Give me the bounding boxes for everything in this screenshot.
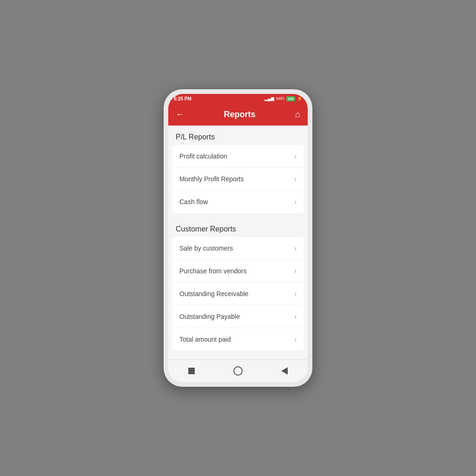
home-button[interactable]: ⌂ <box>295 110 300 119</box>
sale-by-customers-item[interactable]: Sale by customers › <box>172 237 304 260</box>
outstanding-payable-label: Outstanding Payable <box>179 313 240 320</box>
section-gap <box>168 213 308 218</box>
chevron-icon-3: › <box>294 198 297 205</box>
profit-calculation-item[interactable]: Profit calculation › <box>172 145 304 168</box>
triangle-icon <box>281 367 288 375</box>
outstanding-receivable-item[interactable]: Outstanding Receivable › <box>172 283 304 305</box>
charging-icon: ⚡ <box>297 96 302 101</box>
back-nav-button[interactable] <box>277 364 292 378</box>
outstanding-receivable-label: Outstanding Receivable <box>179 290 249 298</box>
purchase-from-vendors-item[interactable]: Purchase from vendors › <box>172 260 304 283</box>
home-nav-button[interactable] <box>231 364 245 378</box>
circle-icon <box>233 366 243 376</box>
wifi-icon: WiFi <box>276 96 284 101</box>
cash-flow-label: Cash flow <box>179 198 208 205</box>
chevron-icon-6: › <box>294 290 297 298</box>
profit-calculation-label: Profit calculation <box>179 152 227 160</box>
chevron-icon-8: › <box>294 336 297 343</box>
signal-icon: ▂▄▆ <box>264 96 274 101</box>
customer-reports-card: Sale by customers › Purchase from vendor… <box>172 237 304 350</box>
chevron-icon-4: › <box>294 245 297 252</box>
battery-indicator: 100 <box>286 96 295 101</box>
chevron-icon-1: › <box>294 152 297 160</box>
purchase-from-vendors-label: Purchase from vendors <box>179 267 247 275</box>
pl-reports-card: Profit calculation › Monthly Profit Repo… <box>172 145 304 213</box>
back-button[interactable]: ← <box>176 110 184 119</box>
content-area: P/L Reports Profit calculation › Monthly… <box>168 126 308 359</box>
section-header-pl: P/L Reports <box>168 126 308 145</box>
chevron-icon-5: › <box>294 267 297 275</box>
monthly-profit-label: Monthly Profit Reports <box>179 175 244 183</box>
app-bar-title: Reports <box>224 110 256 119</box>
app-bar: ← Reports ⌂ <box>168 103 308 126</box>
outstanding-payable-item[interactable]: Outstanding Payable › <box>172 305 304 328</box>
square-icon <box>188 368 195 374</box>
cash-flow-item[interactable]: Cash flow › <box>172 191 304 213</box>
sale-by-customers-label: Sale by customers <box>179 245 233 252</box>
total-amount-paid-label: Total amount paid <box>179 336 231 343</box>
recent-apps-button[interactable] <box>184 364 199 378</box>
bottom-nav <box>168 359 308 382</box>
chevron-icon-2: › <box>294 175 297 183</box>
phone-screen: 6:25 PM ▂▄▆ WiFi 100 ⚡ ← Reports ⌂ P/L R… <box>168 94 308 382</box>
status-icons: ▂▄▆ WiFi 100 ⚡ <box>264 96 302 101</box>
section-header-customer: Customer Reports <box>168 218 308 237</box>
phone-frame: 6:25 PM ▂▄▆ WiFi 100 ⚡ ← Reports ⌂ P/L R… <box>164 89 312 387</box>
status-bar: 6:25 PM ▂▄▆ WiFi 100 ⚡ <box>168 94 308 103</box>
monthly-profit-item[interactable]: Monthly Profit Reports › <box>172 168 304 191</box>
total-amount-paid-item[interactable]: Total amount paid › <box>172 328 304 350</box>
chevron-icon-7: › <box>294 313 297 320</box>
status-time: 6:25 PM <box>174 96 192 101</box>
